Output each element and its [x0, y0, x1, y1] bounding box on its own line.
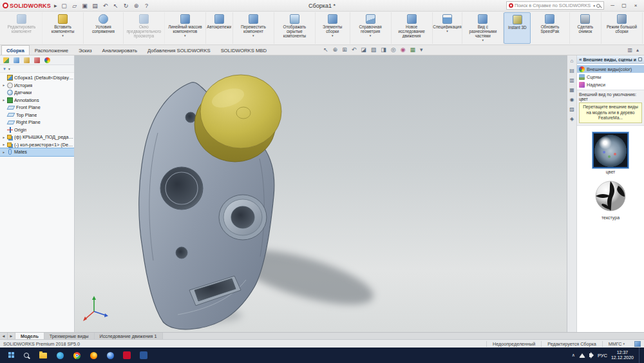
ribbon-button[interactable]: Вставить компоненты ▾	[43, 12, 84, 44]
filter-caret-icon[interactable]: ▾	[8, 67, 10, 71]
units-selector[interactable]: ММГС ▾	[602, 341, 630, 347]
ribbon-button[interactable]: Режим большой сборки	[601, 12, 643, 44]
filter-icon[interactable]: ▼	[3, 67, 6, 71]
ribbon-button[interactable]: Новое исследование движения	[392, 12, 433, 44]
ribbon-tab[interactable]: Анализировать	[97, 45, 142, 55]
texture-sphere-thumbnail[interactable]	[594, 179, 627, 213]
taskbar-item[interactable]	[18, 348, 35, 363]
home-icon[interactable]: ⌂	[571, 58, 574, 64]
manager-tab[interactable]	[1, 56, 10, 64]
color-sphere-thumbnail[interactable]	[594, 133, 627, 167]
status-tag-icon[interactable]	[634, 341, 641, 347]
undo-icon[interactable]: ↶	[101, 1, 110, 10]
taskbar-item[interactable]	[52, 348, 68, 363]
show-desktop-button[interactable]	[639, 348, 642, 363]
tree-item[interactable]: Origin	[0, 126, 74, 134]
rebuild-icon[interactable]: ↻	[122, 1, 131, 10]
ribbon-button[interactable]: Обновить SpeedPak	[531, 12, 569, 44]
ribbon-button[interactable]: Переместить компонент ▾	[233, 12, 274, 44]
pin-icon[interactable]	[638, 57, 642, 61]
select-icon[interactable]: ↖	[323, 47, 328, 53]
taskbar-item[interactable]	[85, 348, 102, 363]
ribbon-tab[interactable]: Эскиз	[73, 45, 97, 55]
expand-arrow-icon[interactable]: ▸	[2, 83, 6, 87]
custom-properties-icon[interactable]: ▨	[569, 106, 574, 112]
pane-display-icon[interactable]: ▥	[627, 47, 632, 53]
zoom-fit-icon[interactable]: ⊕	[333, 47, 338, 53]
appearances-scenes-icon[interactable]: ◉	[570, 97, 574, 103]
taskbar-item[interactable]	[1, 348, 18, 363]
previous-view-icon[interactable]: ↶	[352, 47, 357, 53]
close-button[interactable]: ×	[630, 1, 641, 10]
tree-item[interactable]: Front Plane	[0, 104, 74, 112]
doc-tab[interactable]: Исследование движения 1	[95, 333, 163, 339]
ribbon-button[interactable]: Условия сопряжения	[84, 12, 124, 44]
ribbon-button[interactable]: Элементы сборки ▾	[316, 12, 350, 44]
design-library-icon[interactable]: ▤	[569, 68, 574, 74]
taskbar-item[interactable]	[35, 348, 52, 363]
select-tool-icon[interactable]: ↖	[111, 1, 120, 10]
ribbon-button[interactable]: Автокрепежи	[206, 12, 233, 44]
ribbon-button[interactable]: Окно предварительного просмотра компонен…	[124, 12, 165, 44]
help-search-input[interactable]: Поиск в Справке по SOLIDWORKS ▾	[506, 1, 604, 10]
print-icon[interactable]: ▤	[91, 1, 100, 10]
open-icon[interactable]: ▱	[70, 1, 79, 10]
tree-item[interactable]: ▸ (-) кол-резистора<1> (Default<...	[0, 141, 74, 149]
volume-icon[interactable]	[589, 353, 592, 357]
display-style-icon[interactable]: ◨	[381, 47, 386, 53]
tree-item[interactable]: Right Plane	[0, 119, 74, 126]
ribbon-button[interactable]: Справочная геометрия ▾	[350, 12, 392, 44]
ribbon-button[interactable]: Сделать снимок	[570, 12, 601, 44]
new-document-icon[interactable]: ▢	[60, 1, 69, 10]
tab-scroll-left-icon[interactable]: ◀	[0, 333, 8, 339]
expand-arrow-icon[interactable]: ▸	[2, 150, 6, 154]
ribbon-tab[interactable]: SOLIDWORKS MBD	[216, 45, 272, 55]
manager-tab[interactable]	[12, 56, 21, 64]
edit-appearance-icon[interactable]: ◉	[401, 47, 406, 53]
manager-tab[interactable]	[32, 56, 41, 64]
ribbon-button[interactable]: Вид с разнесенными частями ▾	[462, 12, 504, 44]
doc-tab[interactable]: Модель	[15, 333, 44, 339]
forum-icon[interactable]: ◈	[570, 116, 574, 122]
tree-item[interactable]: Сборка1 (Default<Display State-1>)	[0, 74, 74, 82]
pane-tree-item[interactable]: Сцены	[577, 73, 644, 81]
options-icon[interactable]: ⊛	[132, 1, 141, 10]
tree-item[interactable]: ▸ Annotations	[0, 97, 74, 104]
taskbar-item[interactable]	[118, 348, 135, 363]
minimize-button[interactable]: ─	[607, 1, 618, 10]
tab-scroll-right-icon[interactable]: ▶	[8, 333, 15, 339]
ribbon-button[interactable]: Instant 3D	[504, 12, 531, 44]
doc-tab[interactable]: Трехмерные виды	[44, 333, 95, 339]
section-view-icon[interactable]: ◪	[361, 47, 366, 53]
taskbar-clock[interactable]: 12:37 12.12.2020	[611, 350, 634, 361]
ribbon-button[interactable]: Спецификация ▾	[433, 12, 463, 44]
ribbon-button[interactable]: Редактировать компонент	[1, 12, 43, 44]
pane-tree-item[interactable]: Внешние виды(color)	[577, 65, 644, 73]
expand-arrow-icon[interactable]: ▸	[2, 98, 6, 102]
ribbon-tab[interactable]: Сборка	[1, 45, 30, 55]
ribbon-button[interactable]: Отображать скрытые компоненты	[274, 12, 316, 44]
maximize-button[interactable]: ▢	[618, 1, 630, 10]
manager-tab[interactable]	[22, 56, 31, 64]
collapse-ribbon-icon[interactable]: ▴	[636, 47, 639, 53]
manager-tab[interactable]	[43, 56, 52, 64]
tray-chevron-icon[interactable]: ∧	[572, 353, 575, 358]
network-icon[interactable]	[579, 353, 585, 358]
collapse-pane-icon[interactable]: «	[579, 57, 582, 63]
viewport-3d[interactable]	[75, 55, 567, 332]
view-settings-icon[interactable]: ▾	[420, 47, 423, 53]
apply-scene-icon[interactable]: ▦	[410, 47, 415, 53]
keyboard-language[interactable]: РУС	[598, 353, 607, 358]
taskbar-item[interactable]	[102, 348, 118, 363]
search-caret-icon[interactable]: ▾	[593, 4, 595, 8]
save-icon[interactable]: ▣	[80, 1, 90, 10]
tree-item[interactable]: ▸ История	[0, 82, 74, 90]
ribbon-button[interactable]: Линейный массив компонентов ▾	[165, 12, 206, 44]
menu-expand-icon[interactable]: ▶	[54, 3, 57, 8]
tree-item[interactable]: Датчики	[0, 89, 74, 97]
taskbar-item[interactable]	[68, 348, 85, 363]
tree-item[interactable]: ▸ Mates	[0, 148, 74, 156]
expand-arrow-icon[interactable]: ▸	[2, 142, 6, 146]
thumbnail-color[interactable]: цвет	[592, 132, 629, 174]
ribbon-tab[interactable]: Расположение	[30, 45, 73, 55]
